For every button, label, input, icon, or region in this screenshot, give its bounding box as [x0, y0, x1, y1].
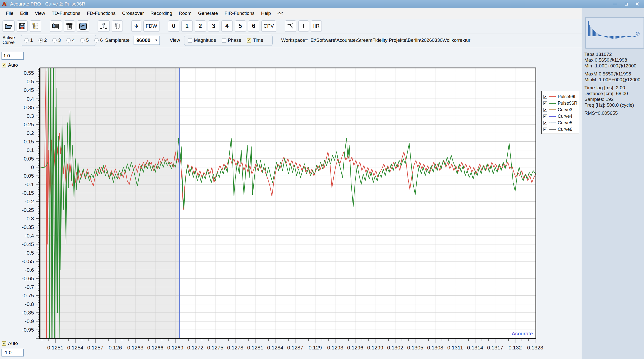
legend-checkbox[interactable]: ✔	[543, 108, 547, 112]
curve-2-button[interactable]: 2	[195, 20, 206, 32]
menu-item-generate[interactable]: Generate	[195, 9, 221, 18]
menu-item-help[interactable]: Help	[258, 9, 274, 18]
svg-text:0.1308: 0.1308	[427, 345, 443, 350]
checkbox-icon[interactable]: ✔	[247, 38, 251, 43]
legend-line-swatch	[549, 96, 556, 97]
ymax-input[interactable]	[2, 52, 24, 60]
active-curve-radio-2[interactable]: 2	[38, 37, 47, 43]
curve-5-button[interactable]: 5	[235, 20, 246, 32]
legend-item-curve5: ✔Curve5	[543, 119, 577, 126]
legend-checkbox[interactable]: ✔	[543, 101, 547, 105]
phase-button[interactable]: Φ	[131, 20, 141, 32]
menu-item-file[interactable]: File	[3, 9, 17, 18]
undo-button[interactable]	[77, 20, 89, 32]
menu-item-view[interactable]: View	[31, 9, 48, 18]
radio-icon[interactable]	[80, 38, 85, 43]
menu-item-td-functions[interactable]: TD-Functions	[48, 9, 84, 18]
open-button[interactable]	[3, 20, 15, 32]
svg-text:0.1: 0.1	[27, 147, 34, 153]
stats-block: MaxM 0.5650@11998MinM -1.00E+000@12000	[584, 71, 643, 83]
legend-label: Pulse96L	[558, 94, 577, 99]
active-curve-radio-3[interactable]: 3	[52, 37, 61, 43]
trash-icon	[66, 23, 73, 30]
radio-icon[interactable]	[94, 38, 99, 43]
legend-line-swatch	[549, 103, 556, 104]
legend-checkbox[interactable]: ✔	[543, 95, 547, 99]
iir-button[interactable]: IIR	[311, 20, 322, 32]
active-curve-label: Active Curve	[3, 35, 18, 45]
minimize-button[interactable]	[613, 2, 617, 6]
ymax-auto-checkbox[interactable]: ✔	[2, 63, 6, 67]
fdw-button[interactable]: FDW	[143, 20, 159, 32]
title-bar: A✓ Acourate PRO - Curve 2: Pulse96R ✕	[0, 0, 644, 8]
radio-icon[interactable]	[52, 38, 57, 43]
menu-item-fd-functions[interactable]: FD-Functions	[84, 9, 119, 18]
svg-text:-0.05: -0.05	[22, 173, 34, 179]
legend-item-curve3: ✔Curve3	[543, 106, 577, 113]
svg-text:0.1293: 0.1293	[327, 345, 343, 350]
workspace-path: E:\Software\Acourate\StreamFidelity Proj…	[310, 37, 470, 43]
samplerate-dropdown[interactable]: 96000 ▼	[134, 36, 160, 45]
mic-cable-button[interactable]	[112, 20, 123, 32]
curve-1-button[interactable]: 1	[181, 20, 193, 32]
close-button[interactable]: ✕	[635, 2, 639, 6]
curve-tree-button[interactable]	[30, 20, 41, 32]
cpv-button[interactable]: CPV	[261, 20, 276, 32]
time-domain-chart[interactable]: 0.550.50.450.40.350.30.250.20.150.10.050…	[10, 63, 584, 356]
acourate-watermark: Acourate	[512, 331, 533, 336]
checkbox-icon[interactable]	[222, 38, 226, 43]
legend-checkbox[interactable]: ✔	[543, 128, 547, 131]
curve-6-button[interactable]: 6	[248, 20, 259, 32]
menu-item-fir-functions[interactable]: FIR-Functions	[221, 9, 258, 18]
radio-icon[interactable]	[38, 38, 43, 43]
curve-3-button[interactable]: 3	[208, 20, 219, 32]
maximize-button[interactable]	[624, 2, 628, 6]
svg-text:0.2: 0.2	[27, 130, 34, 136]
view-checkbox-time[interactable]: ✔Time	[247, 37, 263, 43]
slope-button[interactable]	[285, 20, 296, 32]
legend-checkbox[interactable]: ✔	[543, 121, 547, 125]
radio-icon[interactable]	[24, 38, 29, 43]
svg-text:-0.9: -0.9	[25, 318, 34, 324]
ymin-auto-checkbox[interactable]: ✔	[2, 341, 6, 346]
folder-open-icon	[5, 23, 12, 29]
legend-label: Curve5	[558, 120, 572, 126]
svg-text:0.1302: 0.1302	[387, 345, 403, 350]
view-checkbox-phase[interactable]: Phase	[222, 37, 241, 43]
save-button[interactable]	[17, 20, 28, 32]
legend-checkbox[interactable]: ✔	[543, 114, 547, 118]
undo-icon	[79, 23, 87, 30]
menu-item-recording[interactable]: Recording	[147, 9, 176, 18]
curve-4-button[interactable]: 4	[221, 20, 233, 32]
svg-text:0.4: 0.4	[27, 96, 34, 102]
view-checkbox-magnitude[interactable]: Magnitude	[188, 37, 216, 43]
menu-item--[interactable]: <<	[274, 9, 286, 18]
delete-button[interactable]	[64, 20, 75, 32]
perpendicular-button[interactable]	[298, 20, 309, 32]
main-area: ✔ Auto ✔ Auto 0.550.50.450.40.350.30.250…	[0, 47, 582, 359]
chevron-down-icon[interactable]: ▼	[153, 36, 159, 45]
menu-item-room[interactable]: Room	[175, 9, 195, 18]
mic-position-button[interactable]	[98, 20, 110, 32]
radio-icon[interactable]	[66, 38, 71, 43]
svg-text:0.15: 0.15	[24, 139, 34, 144]
stats-line: Freq [Hz]: 500.0 (cycle)	[584, 102, 643, 108]
active-curve-radio-4[interactable]: 4	[66, 37, 75, 43]
window-title: Acourate PRO - Curve 2: Pulse96R	[10, 1, 85, 7]
delete-workspace-button[interactable]	[50, 20, 62, 32]
menu-item-edit[interactable]: Edit	[17, 9, 32, 18]
tree-icon	[32, 23, 39, 30]
curve-0-button[interactable]: 0	[168, 20, 179, 32]
legend-label: Curve6	[558, 127, 572, 132]
active-curve-radio-6[interactable]: 6	[94, 37, 103, 43]
legend-line-swatch	[549, 109, 556, 110]
legend-item-curve4: ✔Curve4	[543, 113, 577, 119]
active-curve-radio-1[interactable]: 1	[24, 37, 33, 43]
stats-line: Time-lag [ms]: 2.00	[584, 85, 643, 91]
impulse-thumbnail[interactable]	[586, 18, 643, 48]
acourate-window: { "window": { "title": "Acourate PRO - C…	[0, 0, 644, 359]
active-curve-radio-5[interactable]: 5	[80, 37, 89, 43]
samplerate-value: 96000	[134, 37, 153, 43]
checkbox-icon[interactable]	[188, 38, 192, 43]
menu-item-crossover[interactable]: Crossover	[119, 9, 147, 18]
